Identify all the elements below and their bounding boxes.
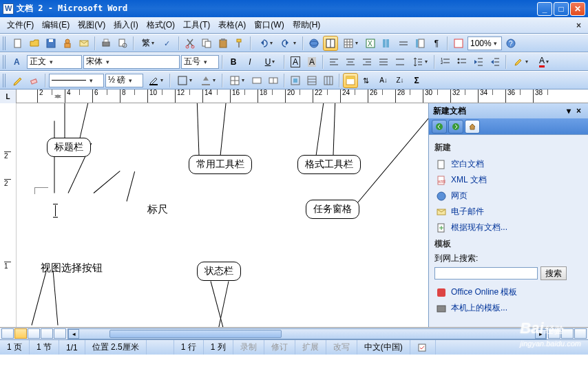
- sort-asc-button[interactable]: A↓: [376, 73, 391, 88]
- copy-button[interactable]: [199, 36, 214, 51]
- drawing-button[interactable]: [396, 36, 411, 51]
- outside-border-button[interactable]: [174, 73, 196, 88]
- border-color-button[interactable]: [145, 73, 167, 88]
- change-direction-button[interactable]: ⇅: [359, 73, 375, 88]
- fontsize-combo[interactable]: 五号▾: [181, 55, 219, 69]
- close-button[interactable]: ✕: [570, 2, 585, 16]
- hyperlink-button[interactable]: [306, 36, 322, 51]
- char-border-button[interactable]: A: [288, 54, 303, 70]
- nav-back-button[interactable]: [432, 120, 447, 134]
- line-style-combo[interactable]: ▾: [49, 74, 104, 87]
- highlight-button[interactable]: [510, 54, 532, 70]
- email-button[interactable]: [76, 36, 92, 51]
- docmap-button[interactable]: [412, 36, 428, 51]
- line-spacing-button[interactable]: [409, 54, 431, 70]
- taskpane-close-button[interactable]: ×: [574, 106, 584, 116]
- status-record[interactable]: 录制: [233, 340, 264, 355]
- scroll-left-button[interactable]: ◂: [68, 329, 79, 339]
- spelling-button[interactable]: 繁: [137, 36, 159, 51]
- status-spell-icon[interactable]: [410, 340, 436, 355]
- align-justify-button[interactable]: [376, 54, 391, 70]
- menu-format[interactable]: 格式(O): [143, 17, 179, 33]
- zoom-combo[interactable]: 100%▾: [468, 36, 502, 50]
- bold-button[interactable]: B: [226, 54, 241, 70]
- new-button[interactable]: [10, 36, 25, 51]
- print-button[interactable]: [98, 36, 114, 51]
- normal-view-button[interactable]: [1, 328, 14, 339]
- menu-edit[interactable]: 编辑(E): [38, 17, 74, 33]
- align-center-button[interactable]: [343, 54, 358, 70]
- vertical-ruler[interactable]: 2 2 1: [0, 103, 17, 327]
- menu-close-doc[interactable]: ×: [572, 21, 585, 30]
- insert-table-button2[interactable]: [226, 73, 248, 88]
- distribute-cols-button[interactable]: [321, 73, 336, 88]
- link-web-page[interactable]: 网页: [434, 188, 582, 204]
- status-position[interactable]: 位置 2.5厘米: [85, 340, 147, 355]
- web-layout-view-button[interactable]: [14, 328, 27, 339]
- status-page[interactable]: 1 页: [0, 340, 30, 355]
- sort-desc-button[interactable]: Z↓: [392, 73, 408, 88]
- link-office-online[interactable]: Office Online 模板: [434, 284, 582, 300]
- link-email[interactable]: 电子邮件: [434, 204, 582, 220]
- permission-button[interactable]: [60, 36, 75, 51]
- numbering-button[interactable]: 12: [438, 54, 453, 70]
- undo-button[interactable]: [254, 36, 276, 51]
- print-preview-button[interactable]: [115, 36, 130, 51]
- show-hide-button[interactable]: ¶: [429, 36, 444, 51]
- status-line[interactable]: 1 行: [174, 340, 204, 355]
- table-autoformat-button[interactable]: [343, 73, 358, 88]
- cut-button[interactable]: [182, 36, 198, 51]
- reading-view-button[interactable]: [54, 328, 66, 339]
- status-section[interactable]: 1 节: [30, 340, 59, 355]
- paste-button[interactable]: [216, 36, 231, 51]
- merge-cells-button[interactable]: [249, 73, 264, 88]
- decrease-indent-button[interactable]: [471, 54, 486, 70]
- search-input[interactable]: [434, 267, 538, 280]
- link-local-templates[interactable]: 本机上的模板...: [434, 300, 582, 316]
- taskpane-menu-button[interactable]: ▾: [564, 106, 574, 116]
- status-pages[interactable]: 1/1: [59, 340, 85, 355]
- open-button[interactable]: [27, 36, 42, 51]
- menu-help[interactable]: 帮助(H): [288, 17, 325, 33]
- nav-forward-button[interactable]: [448, 120, 463, 134]
- chinese-layout-button[interactable]: [451, 36, 466, 51]
- font-combo[interactable]: 宋体▾: [83, 55, 180, 69]
- align-right-button[interactable]: [359, 54, 375, 70]
- font-color-button[interactable]: A: [533, 54, 555, 70]
- menu-view[interactable]: 视图(V): [74, 17, 109, 33]
- status-language[interactable]: 中文(中国): [357, 340, 410, 355]
- underline-button[interactable]: U: [259, 54, 281, 70]
- maximize-button[interactable]: □: [554, 2, 569, 16]
- align-left-button[interactable]: [326, 54, 342, 70]
- minimize-button[interactable]: _: [537, 2, 552, 16]
- link-blank-doc[interactable]: 空白文档: [434, 156, 582, 172]
- select-browse-button[interactable]: [561, 328, 574, 339]
- scroll-thumb[interactable]: [109, 330, 282, 338]
- split-cells-button[interactable]: [266, 73, 281, 88]
- shading-color-button[interactable]: [197, 73, 219, 88]
- menu-table[interactable]: 表格(A): [214, 17, 250, 33]
- tables-borders-button[interactable]: [323, 36, 338, 51]
- menu-window[interactable]: 窗口(W): [250, 17, 288, 33]
- menu-insert[interactable]: 插入(I): [109, 17, 142, 33]
- increase-indent-button[interactable]: [487, 54, 503, 70]
- scroll-right-button[interactable]: ▸: [535, 329, 546, 339]
- toolbar-grip[interactable]: [3, 36, 7, 50]
- search-button[interactable]: 搜索: [540, 266, 567, 280]
- draw-table-button[interactable]: [10, 73, 25, 88]
- status-column[interactable]: 1 列: [204, 340, 233, 355]
- research-button[interactable]: ✓: [160, 36, 176, 51]
- nav-home-button[interactable]: [465, 120, 480, 134]
- tab-selector[interactable]: L: [0, 89, 17, 103]
- toolbar-grip[interactable]: [3, 55, 7, 69]
- align-cell-button[interactable]: [288, 73, 303, 88]
- link-from-existing[interactable]: 根据现有文档...: [434, 220, 582, 235]
- horizontal-scrollbar[interactable]: ◂ ▸: [67, 328, 547, 339]
- horizontal-ruler[interactable]: 2468101214161820222426283032343638: [17, 89, 588, 103]
- document-area[interactable]: 标题栏 常用工具栏 格式工具栏 标尺 任务窗格 视图选择按钮 状态栏: [17, 103, 428, 327]
- format-painter-button[interactable]: [232, 36, 247, 51]
- bullets-button[interactable]: [454, 54, 470, 70]
- columns-button[interactable]: [379, 36, 395, 51]
- line-weight-combo[interactable]: ½ 磅▾: [105, 74, 143, 87]
- link-xml-doc[interactable]: xmlXML 文档: [434, 172, 582, 188]
